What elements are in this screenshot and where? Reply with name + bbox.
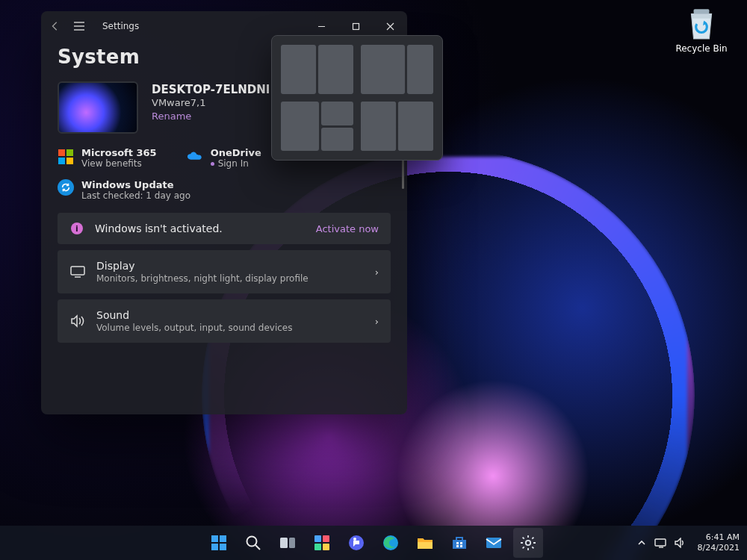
tray-overflow-icon[interactable]: [635, 536, 648, 550]
maximize-button[interactable]: [338, 15, 373, 37]
display-icon: [69, 266, 86, 278]
onedrive-icon: [187, 149, 203, 165]
svg-rect-6: [211, 544, 218, 550]
activation-card[interactable]: i Windows isn't activated. Activate now: [58, 213, 391, 244]
recycle-bin[interactable]: Recycle Bin: [672, 6, 731, 54]
m365-title: Microsoft 365: [81, 147, 157, 158]
svg-rect-22: [486, 538, 501, 548]
attention-dot-icon: [211, 162, 214, 166]
info-icon: i: [71, 223, 83, 234]
widgets-button[interactable]: [307, 528, 337, 558]
microsoft-365-icon: [58, 149, 74, 165]
svg-rect-21: [460, 545, 462, 547]
onedrive-quicklink[interactable]: OneDrive Sign In: [187, 147, 261, 169]
start-button[interactable]: [204, 528, 234, 558]
device-name: DESKTOP-7ELNDNI: [152, 83, 270, 96]
windows-update-icon: [58, 179, 74, 196]
svg-rect-14: [323, 544, 329, 550]
device-thumbnail: [58, 81, 138, 134]
onedrive-sub: Sign In: [218, 158, 249, 169]
svg-rect-12: [323, 535, 329, 542]
clock-date: 8/24/2021: [698, 543, 740, 553]
settings-item-sound[interactable]: Sound Volume levels, output, input, soun…: [58, 299, 391, 343]
svg-rect-5: [220, 535, 226, 542]
settings-button[interactable]: [513, 528, 543, 558]
windows-update-quicklink[interactable]: Windows Update Last checked: 1 day ago: [58, 179, 391, 201]
svg-rect-11: [314, 535, 321, 542]
activate-now-link[interactable]: Activate now: [316, 223, 379, 234]
taskview-button[interactable]: [273, 528, 303, 558]
file-explorer-button[interactable]: [410, 528, 440, 558]
onedrive-title: OneDrive: [211, 147, 261, 158]
chevron-right-icon: [375, 316, 379, 327]
close-button[interactable]: [373, 15, 407, 37]
snap-option-two-wide-left[interactable]: [361, 45, 433, 94]
activation-message: Windows isn't activated.: [95, 223, 306, 234]
window-title: Settings: [102, 21, 139, 31]
svg-rect-19: [460, 542, 462, 544]
settings-item-title: Sound: [96, 309, 365, 321]
snap-option-three-left-big[interactable]: [281, 102, 353, 151]
svg-rect-2: [353, 23, 359, 29]
minimize-button[interactable]: [304, 15, 338, 37]
hamburger-menu-icon[interactable]: [72, 19, 86, 33]
clock-time: 6:41 AM: [698, 532, 740, 543]
svg-rect-20: [456, 545, 459, 547]
taskbar-clock[interactable]: 6:41 AM 8/24/2021: [698, 532, 740, 553]
taskbar: 6:41 AM 8/24/2021: [0, 526, 747, 560]
network-icon[interactable]: [654, 536, 668, 550]
svg-rect-18: [456, 542, 459, 544]
settings-item-display[interactable]: Display Monitors, brightness, night ligh…: [58, 250, 391, 293]
recycle-bin-icon: [686, 6, 717, 40]
back-button[interactable]: [49, 19, 62, 33]
svg-point-23: [526, 541, 530, 545]
snap-option-four-grid[interactable]: [361, 102, 433, 151]
rename-link[interactable]: Rename: [152, 111, 270, 122]
volume-icon[interactable]: [674, 536, 687, 550]
snap-option-two-even[interactable]: [281, 45, 353, 94]
recycle-bin-label: Recycle Bin: [672, 43, 731, 54]
chat-button[interactable]: [341, 528, 371, 558]
chevron-right-icon: [375, 267, 379, 278]
taskbar-center: [204, 528, 543, 558]
svg-rect-7: [220, 544, 226, 550]
store-button[interactable]: [444, 528, 474, 558]
svg-rect-3: [71, 267, 84, 275]
snap-layouts-flyout: [271, 35, 443, 161]
system-tray: 6:41 AM 8/24/2021: [635, 532, 747, 553]
update-subtitle: Last checked: 1 day ago: [81, 190, 190, 201]
device-platform: VMware7,1: [152, 97, 270, 108]
svg-point-8: [247, 537, 257, 547]
sound-icon: [69, 314, 86, 328]
m365-sub: View benefits: [81, 158, 157, 169]
edge-button[interactable]: [376, 528, 406, 558]
m365-quicklink[interactable]: Microsoft 365 View benefits: [58, 147, 157, 169]
settings-item-subtitle: Volume levels, output, input, sound devi…: [96, 323, 365, 333]
svg-rect-4: [211, 535, 218, 542]
search-button[interactable]: [238, 528, 268, 558]
svg-rect-9: [280, 538, 288, 548]
svg-point-16: [353, 538, 356, 541]
svg-rect-0: [694, 9, 710, 13]
settings-item-title: Display: [96, 260, 365, 272]
update-title: Windows Update: [81, 179, 190, 190]
svg-rect-10: [289, 538, 295, 548]
settings-item-subtitle: Monitors, brightness, night light, displ…: [96, 273, 365, 284]
mail-button[interactable]: [479, 528, 509, 558]
svg-rect-13: [314, 544, 321, 550]
svg-rect-24: [655, 539, 666, 546]
